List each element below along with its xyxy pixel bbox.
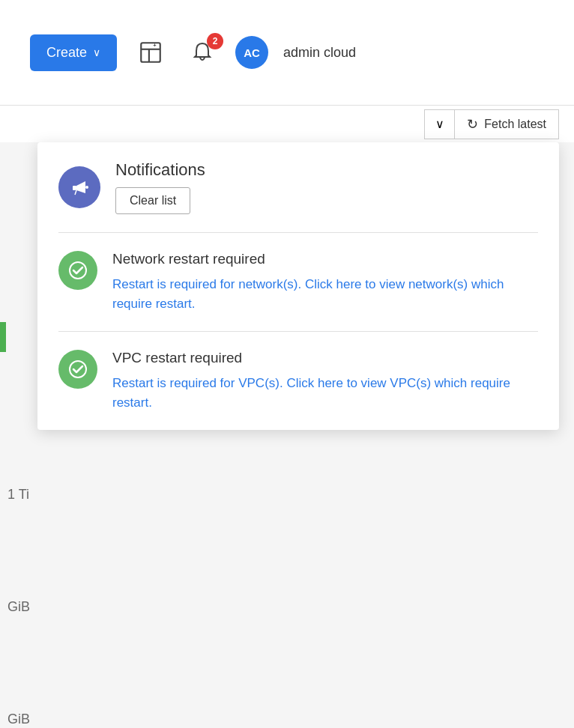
megaphone-icon <box>69 177 90 198</box>
svg-text:+: + <box>153 42 157 49</box>
notifications-panel: Notifications Clear list Network restart… <box>37 142 559 430</box>
notif-title-1: Network restart required <box>112 251 538 267</box>
fetch-bar: ∨ ↻ Fetch latest <box>0 105 574 142</box>
collapse-button[interactable]: ∨ <box>424 109 454 139</box>
create-button[interactable]: Create ∨ <box>30 34 117 71</box>
notifications-title: Notifications <box>115 160 205 180</box>
svg-rect-0 <box>141 43 160 62</box>
template-icon: + <box>138 40 163 65</box>
username-label: admin cloud <box>283 45 356 61</box>
notification-badge: 2 <box>207 33 223 49</box>
create-label: Create <box>46 45 87 61</box>
panel-header-right: Notifications Clear list <box>115 160 205 214</box>
notif-link-2[interactable]: Restart is required for VPC(s). Click he… <box>112 376 510 410</box>
svg-point-7 <box>70 361 86 377</box>
notif-link-1[interactable]: Restart is required for network(s). Clic… <box>112 277 504 311</box>
header: Create ∨ + 2 AC admin cloud <box>0 0 574 105</box>
status-icon-2 <box>58 350 97 389</box>
fetch-label: Fetch latest <box>484 118 546 131</box>
clear-list-button[interactable]: Clear list <box>115 187 190 214</box>
bg-text-2: GiB <box>7 599 30 615</box>
status-icon-1 <box>58 251 97 290</box>
progress-bar <box>0 322 6 352</box>
notification-item-2: VPC restart required Restart is required… <box>37 332 559 430</box>
create-chevron-icon: ∨ <box>93 46 100 58</box>
notifications-icon <box>58 166 100 208</box>
notif-content-2: VPC restart required Restart is required… <box>112 350 538 412</box>
notif-title-2: VPC restart required <box>112 350 538 366</box>
template-button[interactable]: + <box>132 34 169 71</box>
svg-point-5 <box>85 186 88 189</box>
avatar: AC <box>235 36 268 69</box>
svg-point-6 <box>70 262 86 279</box>
checkmark-icon-1 <box>68 261 88 280</box>
fetch-latest-button[interactable]: ↻ Fetch latest <box>454 109 559 139</box>
bg-text-3: GiB <box>7 712 30 727</box>
panel-header: Notifications Clear list <box>37 142 559 232</box>
chevron-down-icon: ∨ <box>435 117 444 131</box>
notification-item-1: Network restart required Restart is requ… <box>37 233 559 331</box>
refresh-icon: ↻ <box>467 116 478 133</box>
notif-content-1: Network restart required Restart is requ… <box>112 251 538 313</box>
svg-rect-4 <box>73 186 76 190</box>
checkmark-icon-2 <box>68 360 88 379</box>
bg-text-1: 1 Ti <box>7 487 29 503</box>
notifications-button[interactable]: 2 <box>184 34 220 70</box>
